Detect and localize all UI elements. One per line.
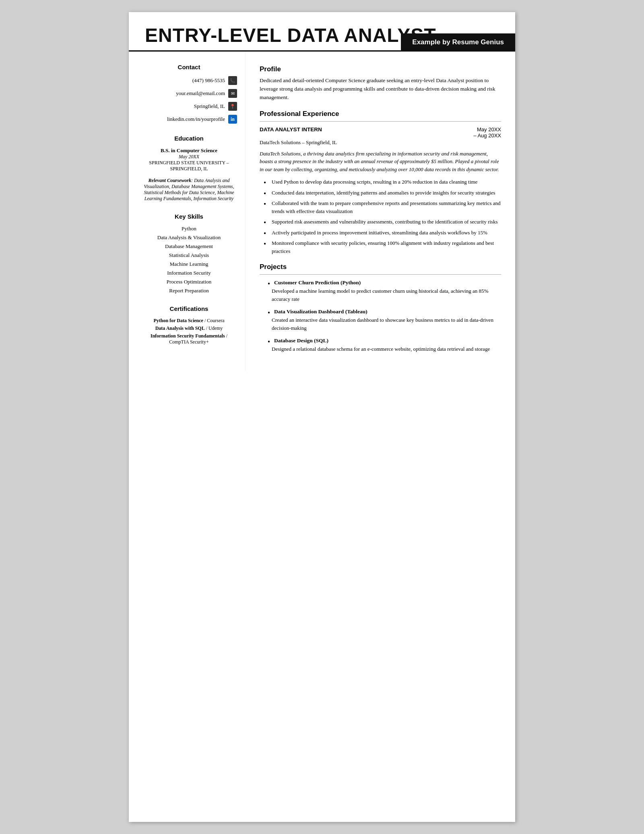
project-item: ● Customer Churn Prediction (Python) Dev…: [260, 279, 501, 303]
example-badge: Example by Resume Genius: [401, 33, 515, 51]
contact-title: Contact: [141, 64, 237, 70]
contact-phone: (447) 986-5535 📞: [141, 76, 237, 85]
education-section: Education B.S. in Computer Science May 2…: [141, 135, 237, 202]
job-header: DATA ANALYST INTERN May 20XX – Aug 20XX: [260, 126, 501, 139]
divider: [260, 274, 501, 275]
skill-item: Information Security: [141, 270, 237, 276]
coursework: Relevant Coursework: Data Analysis and V…: [141, 178, 237, 202]
cert-entry: Data Analysis with SQL / Udemy: [141, 325, 237, 331]
bullet-item: Monitored compliance with security polic…: [264, 239, 501, 255]
divider: [260, 121, 501, 122]
project-description: Developed a machine learning model to pr…: [264, 287, 501, 303]
job-company: DataTech Solutions – Springfield, IL: [260, 139, 501, 146]
job-bullets: Used Python to develop data processing s…: [260, 178, 501, 255]
bullet-item: Collaborated with the team to prepare co…: [264, 199, 501, 215]
certifications-title: Certifications: [141, 305, 237, 312]
skill-item: Machine Learning: [141, 261, 237, 267]
contact-email: your.email@email.com ✉: [141, 89, 237, 98]
skill-item: Statistical Analysis: [141, 252, 237, 259]
projects-section: Projects ● Customer Churn Prediction (Py…: [260, 263, 501, 353]
profile-section: Profile Dedicated and detail-oriented Co…: [260, 65, 501, 102]
linkedin-icon: in: [228, 115, 237, 124]
job-entry: DATA ANALYST INTERN May 20XX – Aug 20XX …: [260, 126, 501, 255]
project-bullet-icon: ●: [268, 339, 270, 344]
project-item: ● Database Design (SQL) Designed a relat…: [260, 337, 501, 353]
resume-header: ENTRY-LEVEL DATA ANALYST Example by Resu…: [129, 12, 515, 52]
bullet-item: Actively participated in process improve…: [264, 229, 501, 237]
certifications-section: Certifications Python for Data Science /…: [141, 305, 237, 345]
experience-title: Professional Experience: [260, 110, 501, 118]
job-description: DataTech Solutions, a thriving data anal…: [260, 150, 501, 174]
skill-item: Process Optimization: [141, 279, 237, 285]
sidebar: Contact (447) 986-5535 📞 your.email@emai…: [129, 52, 246, 371]
project-item: ● Data Visualization Dashboard (Tableau)…: [260, 308, 501, 332]
main-content: Profile Dedicated and detail-oriented Co…: [246, 52, 515, 371]
bullet-item: Conducted data interpretation, identifyi…: [264, 189, 501, 197]
contact-linkedin: linkedin.com/in/yourprofile in: [141, 115, 237, 124]
profile-text: Dedicated and detail-oriented Computer S…: [260, 77, 501, 102]
phone-icon: 📞: [228, 76, 237, 85]
skill-item: Data Analysis & Visualization: [141, 234, 237, 241]
cert-entry: Information Security Fundamentals / Comp…: [141, 333, 237, 345]
location-icon: 📍: [228, 102, 237, 111]
projects-title: Projects: [260, 263, 501, 271]
profile-title: Profile: [260, 65, 501, 73]
education-title: Education: [141, 135, 237, 142]
project-title: Customer Churn Prediction (Python): [274, 279, 361, 286]
resume-wrapper: ENTRY-LEVEL DATA ANALYST Example by Resu…: [129, 12, 515, 822]
experience-section: Professional Experience DATA ANALYST INT…: [260, 110, 501, 255]
project-bullet-icon: ●: [268, 281, 270, 286]
education-entry: B.S. in Computer Science May 20XX SPRING…: [141, 147, 237, 172]
project-bullet-icon: ●: [268, 310, 270, 315]
contact-location: Springfield, IL 📍: [141, 102, 237, 111]
project-title: Database Design (SQL): [274, 337, 328, 344]
project-description: Created an interactive data visualizatio…: [264, 316, 501, 332]
email-icon: ✉: [228, 89, 237, 98]
skills-title: Key Skills: [141, 213, 237, 220]
bullet-item: Used Python to develop data processing s…: [264, 178, 501, 186]
project-description: Designed a relational database schema fo…: [264, 345, 501, 353]
skills-list: Python Data Analysis & Visualization Dat…: [141, 226, 237, 294]
skill-item: Report Preparation: [141, 288, 237, 294]
project-title: Data Visualization Dashboard (Tableau): [274, 308, 367, 315]
contact-section: Contact (447) 986-5535 📞 your.email@emai…: [141, 64, 237, 124]
bullet-item: Supported risk assessments and vulnerabi…: [264, 218, 501, 226]
skill-item: Python: [141, 226, 237, 232]
skill-item: Database Management: [141, 243, 237, 250]
skills-section: Key Skills Python Data Analysis & Visual…: [141, 213, 237, 294]
resume-body: Contact (447) 986-5535 📞 your.email@emai…: [129, 52, 515, 371]
cert-entry: Python for Data Science / Coursera: [141, 318, 237, 324]
job-dates: May 20XX – Aug 20XX: [473, 126, 501, 139]
